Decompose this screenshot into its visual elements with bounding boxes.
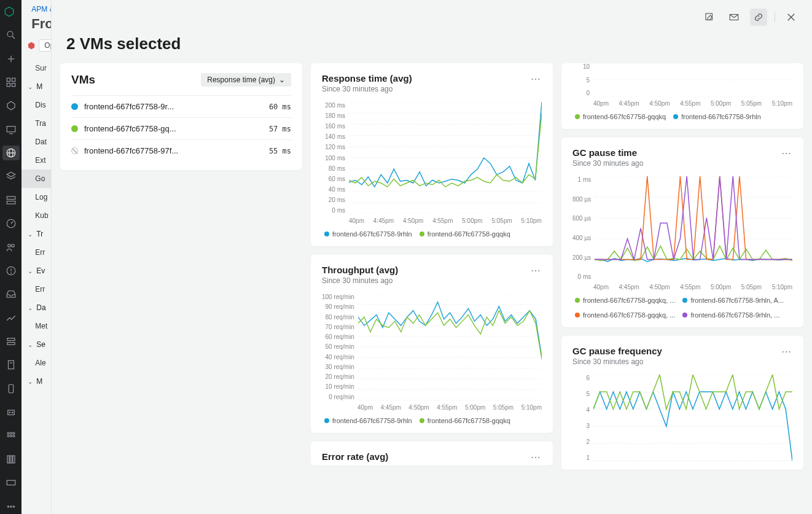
cube-icon[interactable] [2, 98, 20, 113]
y-axis: 200 ms180 ms160 ms140 ms120 ms100 ms80 m… [322, 102, 349, 214]
svg-rect-40 [10, 456, 12, 463]
chart-legend: frontend-667fc67758-9rhlnfrontend-667fc6… [322, 417, 542, 424]
chart-menu-icon[interactable]: ⋯ [531, 451, 542, 463]
subnav-item[interactable]: Dis [21, 96, 51, 114]
keyboard-icon[interactable] [2, 475, 20, 490]
chevron-down-icon: ⌄ [28, 268, 33, 275]
vm-name: frontend-667fc67758-9r... [84, 102, 269, 111]
chart-legend: frontend-667fc67758-gqqkq, ...frontend-6… [572, 297, 792, 319]
subnav-item[interactable]: Tra [21, 114, 51, 133]
link-icon[interactable] [750, 9, 767, 26]
chevron-down-icon: ⌄ [279, 76, 285, 84]
subnav-section-t[interactable]: ⌄Tr [21, 225, 51, 243]
subnav-item[interactable]: Kub [21, 206, 51, 225]
subnav-item[interactable]: Sur [21, 59, 51, 77]
op-pill[interactable]: Op [39, 39, 52, 52]
divider [775, 12, 775, 23]
subnav-item[interactable]: Log [21, 188, 51, 206]
apps-icon[interactable] [2, 428, 20, 443]
chart-menu-icon[interactable]: ⋯ [781, 346, 792, 357]
people-icon[interactable] [2, 239, 20, 254]
globe-icon[interactable] [2, 146, 20, 160]
subnav-item[interactable]: Ext [21, 151, 51, 169]
chart-plot [358, 294, 542, 400]
alert-icon[interactable] [2, 263, 20, 278]
vm-row[interactable]: frontend-667fc67758-9r...60 ms [71, 95, 291, 117]
vm-value: 60 ms [269, 103, 291, 111]
chart-menu-icon[interactable]: ⋯ [531, 265, 542, 276]
vm-value: 57 ms [269, 125, 291, 133]
library-icon[interactable] [2, 452, 20, 467]
subnav-section-d[interactable]: ⌄Da [21, 298, 51, 317]
device-icon[interactable] [2, 381, 20, 396]
y-axis: 1050 [572, 63, 593, 96]
svg-rect-16 [7, 197, 15, 200]
vms-title: VMs [71, 73, 95, 87]
dashboard-icon[interactable] [2, 75, 20, 90]
svg-rect-8 [12, 83, 15, 86]
chevron-down-icon: ⌄ [28, 305, 33, 311]
status-dot-icon [71, 103, 78, 110]
logo-icon[interactable] [4, 6, 18, 19]
x-axis: 40pm4:45pm4:50pm4:55pm5:00pm5:05pm5:10pm [572, 284, 792, 290]
svg-point-24 [10, 273, 11, 273]
database-icon[interactable] [2, 334, 20, 349]
subnav-item[interactable]: Dat [21, 133, 51, 151]
edit-icon[interactable] [701, 9, 718, 26]
bot-icon[interactable] [2, 405, 20, 419]
chart-plot [595, 176, 792, 280]
layers-icon[interactable] [2, 169, 20, 184]
svg-point-33 [7, 432, 9, 434]
add-icon[interactable] [2, 51, 20, 66]
chart-title: GC pause time [572, 147, 643, 158]
chart-menu-icon[interactable]: ⋯ [781, 147, 792, 159]
chart-since: Since 30 minutes ago [322, 276, 398, 285]
monitor-icon[interactable] [2, 122, 20, 137]
svg-point-43 [7, 506, 9, 507]
more-icon[interactable] [2, 499, 20, 514]
subnav-item[interactable]: Err [21, 280, 51, 298]
subnav-section-s[interactable]: ⌄Se [21, 335, 51, 354]
svg-point-31 [9, 412, 10, 413]
chart-title: Error rate (avg) [322, 451, 388, 462]
document-icon[interactable] [2, 357, 20, 372]
y-axis: 100 req/min90 req/min80 req/min70 req/mi… [322, 294, 358, 400]
throughput-card: Throughput (avg)Since 30 minutes ago ⋯ 1… [311, 255, 553, 433]
vm-row[interactable]: frontend-667fc67758-gq...57 ms [71, 117, 291, 139]
svg-rect-29 [9, 384, 14, 393]
svg-point-37 [10, 435, 12, 437]
vm-name: frontend-667fc67758-97f... [84, 146, 269, 155]
subnav-item[interactable]: Err [21, 243, 51, 262]
inbox-icon[interactable] [2, 287, 20, 302]
svg-rect-10 [7, 126, 15, 131]
chart-icon[interactable] [2, 311, 20, 325]
svg-rect-6 [12, 78, 15, 81]
vms-card: VMs Response time (avg)⌄ frontend-667fc6… [60, 63, 302, 170]
subnav-item-go[interactable]: Go [21, 169, 51, 188]
svg-marker-9 [7, 102, 15, 111]
subnav-item[interactable]: Met [21, 317, 51, 335]
svg-point-32 [12, 412, 13, 413]
mail-icon[interactable] [725, 9, 743, 26]
close-icon[interactable] [783, 9, 800, 26]
response-time-card: Response time (avg)Since 30 minutes ago … [311, 63, 553, 246]
subnav-section-m2[interactable]: ⌄M [21, 372, 51, 391]
subnav-section-m[interactable]: ⌄M [21, 77, 51, 96]
svg-rect-41 [13, 456, 15, 463]
vm-row[interactable]: frontend-667fc67758-97f...55 ms [71, 139, 291, 162]
subnav-section-e[interactable]: ⌄Ev [21, 262, 51, 280]
chart-menu-icon[interactable]: ⋯ [531, 73, 542, 85]
gauge-icon[interactable] [2, 216, 20, 231]
chart-since: Since 30 minutes ago [322, 85, 412, 93]
disabled-icon [71, 147, 78, 154]
subnav-item[interactable]: Ale [21, 354, 51, 372]
chevron-down-icon: ⌄ [28, 341, 33, 348]
sort-dropdown[interactable]: Response time (avg)⌄ [201, 73, 291, 87]
breadcrumb[interactable]: APM & s [21, 5, 51, 14]
chart-legend: frontend-667fc67758-gqqkqfrontend-667fc6… [572, 113, 792, 120]
chevron-down-icon: ⌄ [28, 378, 33, 385]
search-icon[interactable] [2, 28, 20, 42]
server-icon[interactable] [2, 193, 20, 208]
x-axis: 40pm4:45pm4:50pm4:55pm5:00pm5:05pm5:10pm [322, 217, 542, 224]
svg-point-36 [7, 435, 9, 437]
